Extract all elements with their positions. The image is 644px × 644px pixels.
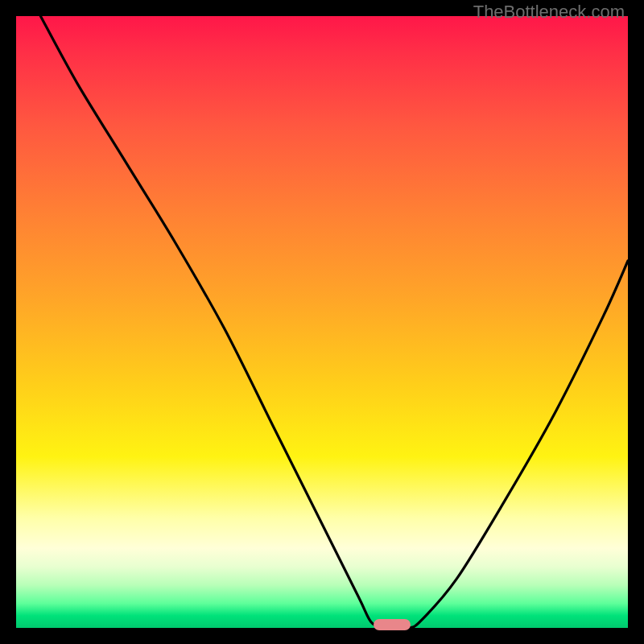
watermark-text: TheBottleneck.com — [473, 2, 625, 23]
optimal-marker — [374, 619, 411, 630]
bottleneck-curve — [16, 16, 628, 628]
plot-area — [16, 16, 628, 628]
chart-frame: TheBottleneck.com — [0, 0, 644, 644]
